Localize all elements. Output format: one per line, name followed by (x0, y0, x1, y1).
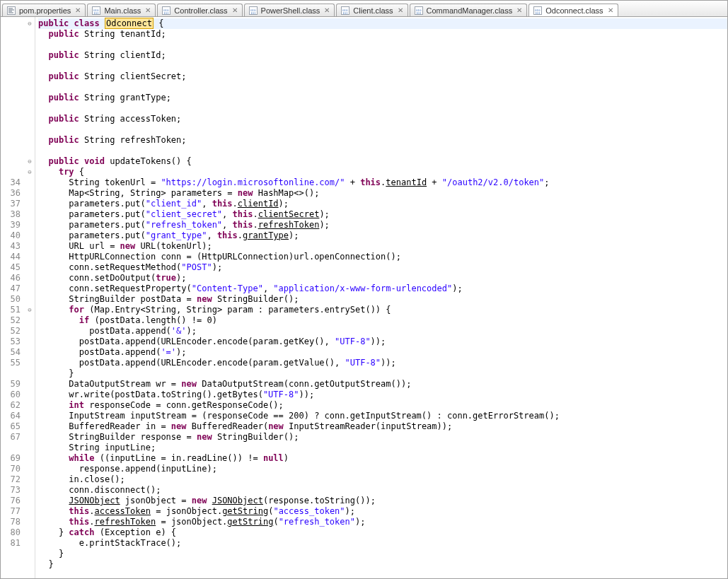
code-line[interactable]: public class Odconnect { (38, 18, 727, 29)
code-line[interactable]: parameters.put("grant_type", this.grantT… (38, 230, 727, 241)
fold-marker[interactable] (25, 220, 35, 230)
code-line[interactable]: String inputLine; (38, 443, 727, 453)
fold-marker[interactable] (25, 506, 35, 517)
code-line[interactable]: public void updateTokens() { (38, 156, 727, 167)
code-line[interactable]: public String grantType; (38, 93, 727, 103)
code-line[interactable]: public String accessToken; (38, 114, 727, 124)
close-icon[interactable]: ✕ (145, 6, 151, 14)
code-line[interactable]: in.close(); (38, 474, 727, 485)
code-line[interactable]: wr.write(postData.toString().getBytes("U… (38, 390, 727, 400)
fold-marker[interactable] (25, 347, 35, 358)
code-line[interactable]: response.append(inputLine); (38, 464, 727, 474)
code-line[interactable]: DataOutputStream wr = new DataOutputStre… (38, 379, 727, 390)
code-line[interactable]: postData.append(URLEncoder.encode(param.… (38, 358, 727, 368)
fold-marker[interactable]: ⊖ (25, 18, 35, 29)
code-line[interactable]: conn.setRequestMethod("POST"); (38, 262, 727, 273)
fold-marker[interactable] (25, 464, 35, 474)
code-line[interactable]: BufferedReader in = new BufferedReader(n… (38, 421, 727, 432)
close-icon[interactable]: ✕ (608, 6, 613, 14)
tab-powershell-class[interactable]: 010101PowerShell.class✕ (244, 4, 335, 16)
fold-marker[interactable] (25, 71, 35, 82)
fold-marker[interactable] (25, 135, 35, 146)
fold-marker[interactable] (25, 241, 35, 252)
fold-marker[interactable] (25, 400, 35, 411)
fold-marker[interactable] (25, 549, 35, 559)
fold-marker[interactable] (25, 337, 35, 347)
code-line[interactable]: } catch (Exception e) { (38, 527, 727, 538)
fold-marker[interactable] (25, 411, 35, 421)
fold-marker[interactable] (25, 114, 35, 124)
fold-marker[interactable] (25, 559, 35, 570)
fold-marker[interactable] (25, 82, 35, 93)
code-line[interactable]: String tokenUrl = "https://login.microso… (38, 177, 727, 188)
fold-marker[interactable] (25, 124, 35, 135)
fold-marker[interactable] (25, 199, 35, 209)
tab-main-class[interactable]: 010101Main.class✕ (87, 4, 156, 16)
fold-marker[interactable]: ⊖ (25, 305, 35, 315)
fold-marker[interactable] (25, 230, 35, 241)
code-line[interactable]: public String refreshToken; (38, 135, 727, 146)
code-line[interactable]: int responseCode = conn.getResponseCode(… (38, 400, 727, 411)
code-line[interactable]: while ((inputLine = in.readLine()) != nu… (38, 453, 727, 464)
fold-marker[interactable] (25, 379, 35, 390)
close-icon[interactable]: ✕ (324, 6, 330, 14)
fold-marker[interactable] (25, 188, 35, 199)
fold-marker[interactable] (25, 485, 35, 496)
code-line[interactable]: conn.setDoOutput(true); (38, 273, 727, 283)
fold-marker[interactable] (25, 390, 35, 400)
code-line[interactable]: InputStream inputStream = (responseCode … (38, 411, 727, 421)
fold-marker[interactable] (25, 29, 35, 40)
code-line[interactable] (38, 124, 727, 135)
fold-marker[interactable] (25, 146, 35, 156)
fold-marker[interactable] (25, 40, 35, 50)
fold-marker[interactable] (25, 358, 35, 368)
code-line[interactable]: parameters.put("client_id", this.clientI… (38, 199, 727, 209)
code-line[interactable] (38, 570, 727, 578)
fold-marker[interactable] (25, 368, 35, 379)
fold-marker[interactable] (25, 61, 35, 71)
fold-marker[interactable] (25, 273, 35, 283)
code-line[interactable]: postData.append('='); (38, 347, 727, 358)
code-line[interactable]: if (postData.length() != 0) (38, 315, 727, 326)
code-line[interactable]: this.accessToken = jsonObject.getString(… (38, 506, 727, 517)
fold-marker[interactable] (25, 262, 35, 273)
code-line[interactable] (38, 82, 727, 93)
fold-marker[interactable] (25, 93, 35, 103)
fold-marker[interactable] (25, 50, 35, 61)
code-line[interactable]: JSONObject jsonObject = new JSONObject(r… (38, 496, 727, 506)
code-line[interactable]: try { (38, 167, 727, 177)
fold-marker[interactable] (25, 496, 35, 506)
code-line[interactable]: for (Map.Entry<String, String> param : p… (38, 305, 727, 315)
code-line[interactable] (38, 61, 727, 71)
fold-marker[interactable] (25, 421, 35, 432)
tab-commandmanager-class[interactable]: 010101CommandManager.class✕ (410, 4, 528, 16)
fold-marker[interactable] (25, 326, 35, 337)
code-line[interactable]: conn.setRequestProperty("Content-Type", … (38, 283, 727, 294)
fold-marker[interactable]: ⊖ (25, 167, 35, 177)
code-line[interactable]: StringBuilder postData = new StringBuild… (38, 294, 727, 305)
fold-marker[interactable] (25, 252, 35, 262)
code-line[interactable]: URL url = new URL(tokenUrl); (38, 241, 727, 252)
fold-marker[interactable] (25, 517, 35, 527)
code-line[interactable]: public String clientSecret; (38, 71, 727, 82)
code-line[interactable]: } (38, 368, 727, 379)
fold-marker[interactable] (25, 474, 35, 485)
fold-marker[interactable] (25, 209, 35, 220)
fold-marker[interactable] (25, 527, 35, 538)
close-icon[interactable]: ✕ (75, 6, 81, 14)
folding-gutter[interactable]: ⊖⊖⊖⊖ (25, 17, 35, 578)
code-line[interactable]: e.printStackTrace(); (38, 538, 727, 549)
code-line[interactable]: parameters.put("refresh_token", this.ref… (38, 220, 727, 230)
fold-marker[interactable] (25, 103, 35, 114)
fold-marker[interactable] (25, 570, 35, 578)
code-line[interactable]: conn.disconnect(); (38, 485, 727, 496)
fold-marker[interactable] (25, 294, 35, 305)
code-line[interactable]: StringBuilder response = new StringBuild… (38, 432, 727, 443)
fold-marker[interactable] (25, 453, 35, 464)
close-icon[interactable]: ✕ (398, 6, 403, 14)
fold-marker[interactable] (25, 432, 35, 443)
code-line[interactable]: Map<String, String> parameters = new Has… (38, 188, 727, 199)
code-line[interactable]: parameters.put("client_secret", this.cli… (38, 209, 727, 220)
code-line[interactable] (38, 40, 727, 50)
fold-marker[interactable] (25, 315, 35, 326)
